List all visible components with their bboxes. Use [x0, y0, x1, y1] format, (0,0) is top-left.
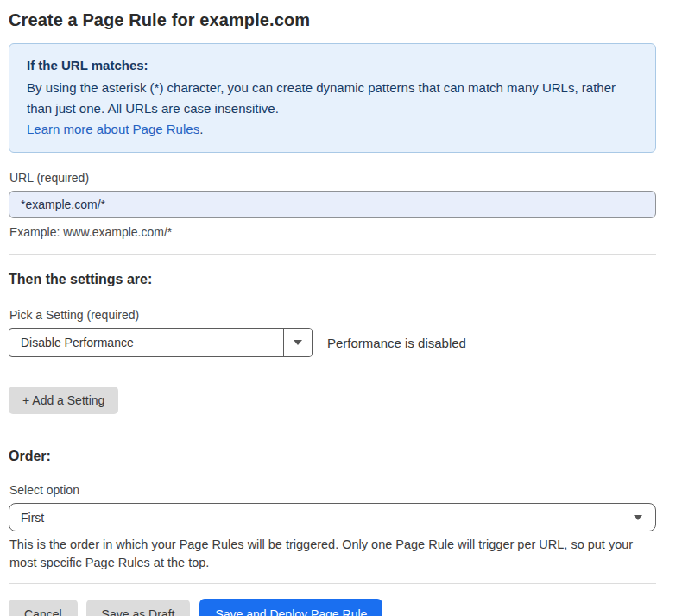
order-section-heading: Order:	[9, 449, 656, 464]
info-box-heading: If the URL matches:	[27, 55, 638, 76]
footer-actions: Cancel Save as Draft Save and Deploy Pag…	[9, 599, 656, 616]
order-select-value: First	[21, 511, 44, 525]
setting-row: Disable Performance Performance is disab…	[9, 328, 656, 357]
order-select-label: Select option	[9, 483, 656, 497]
page-title: Create a Page Rule for example.com	[9, 10, 656, 30]
chevron-down-icon	[634, 515, 642, 520]
settings-section-heading: Then the settings are:	[9, 272, 656, 287]
chevron-down-icon	[294, 340, 302, 345]
setting-select-value: Disable Performance	[9, 329, 283, 356]
url-example-text: Example: www.example.com/*	[9, 225, 656, 239]
save-as-draft-button[interactable]: Save as Draft	[86, 600, 191, 616]
create-page-rule-panel: Create a Page Rule for example.com If th…	[0, 0, 682, 616]
order-help-text: This is the order in which your Page Rul…	[9, 536, 653, 572]
divider	[9, 583, 656, 584]
setting-select-arrow-button[interactable]	[283, 329, 312, 356]
add-setting-button[interactable]: + Add a Setting	[9, 387, 118, 414]
divider	[9, 254, 656, 255]
setting-status-text: Performance is disabled	[327, 336, 466, 350]
url-field-label: URL (required)	[9, 171, 656, 185]
divider	[9, 431, 656, 431]
url-match-info-box: If the URL matches: By using the asteris…	[9, 43, 656, 153]
save-and-deploy-button[interactable]: Save and Deploy Page Rule	[199, 599, 382, 616]
cancel-button[interactable]: Cancel	[9, 600, 78, 616]
info-box-link-line: Learn more about Page Rules.	[27, 119, 631, 140]
pick-setting-label: Pick a Setting (required)	[9, 308, 656, 322]
info-box-body: By using the asterisk (*) character, you…	[27, 78, 631, 119]
link-suffix: .	[199, 122, 203, 136]
learn-more-link[interactable]: Learn more about Page Rules	[27, 122, 199, 136]
setting-select[interactable]: Disable Performance	[9, 328, 313, 357]
url-input[interactable]	[9, 191, 656, 218]
order-select[interactable]: First	[9, 503, 656, 531]
